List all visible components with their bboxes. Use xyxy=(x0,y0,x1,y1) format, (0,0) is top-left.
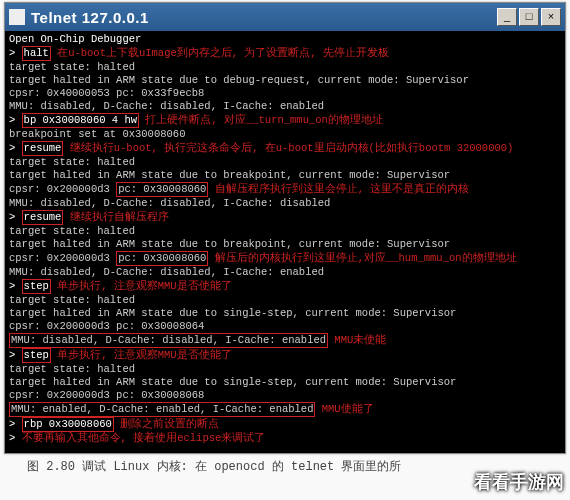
close-button[interactable]: × xyxy=(541,8,561,26)
term-line: breakpoint set at 0x30008060 xyxy=(9,128,561,141)
note: 不要再输入其他命令, 接着使用eclipse来调试了 xyxy=(22,432,266,444)
term-line: target halted in ARM state due to debug-… xyxy=(9,74,561,87)
note: 打上硬件断点, 对应__turn_mmu_on的物理地址 xyxy=(139,114,383,126)
term-line: cpsr: 0x200000d3 pc: 0x30008060 解压后的内核执行… xyxy=(9,251,561,266)
term-line: MMU: disabled, D-Cache: disabled, I-Cach… xyxy=(9,266,561,279)
mmu-line: MMU: enabled, D-Cache: enabled, I-Cache:… xyxy=(9,402,315,417)
term-line: > bp 0x30008060 4 hw 打上硬件断点, 对应__turn_mm… xyxy=(9,113,561,128)
cmd-step: step xyxy=(22,348,51,363)
term-line: MMU: disabled, D-Cache: disabled, I-Cach… xyxy=(9,100,561,113)
pc-highlight: pc: 0x30008060 xyxy=(116,251,208,266)
telnet-window: Telnet 127.0.0.1 _ □ × Open On-Chip Debu… xyxy=(4,2,566,454)
term-line: cpsr: 0x200000d3 pc: 0x30008060 自解压程序执行到… xyxy=(9,182,561,197)
minimize-button[interactable]: _ xyxy=(497,8,517,26)
term-line: target halted in ARM state due to breakp… xyxy=(9,169,561,182)
watermark: 看看手游网 xyxy=(474,470,564,494)
term-line: MMU: enabled, D-Cache: enabled, I-Cache:… xyxy=(9,402,561,417)
term-line: cpsr: 0x200000d3 pc: 0x30008064 xyxy=(9,320,561,333)
term-line: > step 单步执行, 注意观察MMU是否使能了 xyxy=(9,348,561,363)
titlebar: Telnet 127.0.0.1 _ □ × xyxy=(5,3,565,31)
note: 继续执行自解压程序 xyxy=(63,211,168,223)
term-line: target state: halted xyxy=(9,61,561,74)
note: 删除之前设置的断点 xyxy=(114,418,219,430)
note: MMU未使能 xyxy=(328,334,386,346)
cmd-rbp: rbp 0x30008060 xyxy=(22,417,114,432)
cmd-resume: resume xyxy=(22,141,64,156)
window-buttons: _ □ × xyxy=(497,8,561,26)
term-line: target halted in ARM state due to breakp… xyxy=(9,238,561,251)
term-line: > resume 继续执行u-boot, 执行完这条命令后, 在u-boot里启… xyxy=(9,141,561,156)
term-line: target halted in ARM state due to single… xyxy=(9,376,561,389)
term-line: cpsr: 0x40000053 pc: 0x33f9ecb8 xyxy=(9,87,561,100)
term-line: > resume 继续执行自解压程序 xyxy=(9,210,561,225)
note: 在u-boot上下载uImage到内存之后, 为了设置断点, 先停止开发板 xyxy=(51,47,389,59)
note: 单步执行, 注意观察MMU是否使能了 xyxy=(51,280,232,292)
term-line: Open On-Chip Debugger xyxy=(9,33,561,46)
note: 单步执行, 注意观察MMU是否使能了 xyxy=(51,349,232,361)
term-line: target state: halted xyxy=(9,294,561,307)
cmd-step: step xyxy=(22,279,51,294)
term-line: target state: halted xyxy=(9,225,561,238)
note: MMU使能了 xyxy=(315,403,373,415)
term-line: target state: halted xyxy=(9,156,561,169)
term-line: > halt 在u-boot上下载uImage到内存之后, 为了设置断点, 先停… xyxy=(9,46,561,61)
mmu-line: MMU: disabled, D-Cache: disabled, I-Cach… xyxy=(9,333,328,348)
maximize-button[interactable]: □ xyxy=(519,8,539,26)
terminal-output[interactable]: Open On-Chip Debugger > halt 在u-boot上下载u… xyxy=(5,31,565,453)
term-line: > rbp 0x30008060 删除之前设置的断点 xyxy=(9,417,561,432)
term-line: cpsr: 0x200000d3 pc: 0x30008068 xyxy=(9,389,561,402)
cmd-bp: bp 0x30008060 4 hw xyxy=(22,113,139,128)
cmd-resume: resume xyxy=(22,210,64,225)
note: 解压后的内核执行到这里停止,对应__hum_mmu_on的物理地址 xyxy=(208,252,516,264)
telnet-icon xyxy=(9,9,25,25)
term-line: target halted in ARM state due to single… xyxy=(9,307,561,320)
term-line: > 不要再输入其他命令, 接着使用eclipse来调试了 xyxy=(9,432,561,445)
term-line: target state: halted xyxy=(9,363,561,376)
window-title: Telnet 127.0.0.1 xyxy=(31,9,497,26)
note: 自解压程序执行到这里会停止, 这里不是真正的内核 xyxy=(208,183,469,195)
term-line: > step 单步执行, 注意观察MMU是否使能了 xyxy=(9,279,561,294)
note: 继续执行u-boot, 执行完这条命令后, 在u-boot里启动内核(比如执行b… xyxy=(63,142,513,154)
cmd-halt: halt xyxy=(22,46,51,61)
pc-highlight: pc: 0x30008060 xyxy=(116,182,208,197)
term-line: MMU: disabled, D-Cache: disabled, I-Cach… xyxy=(9,333,561,348)
term-line: MMU: disabled, D-Cache: disabled, I-Cach… xyxy=(9,197,561,210)
